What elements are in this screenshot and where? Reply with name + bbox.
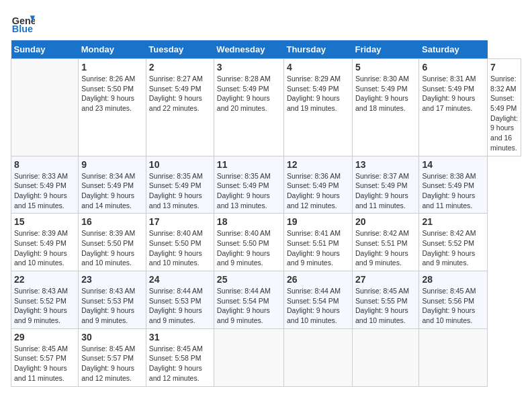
- calendar-cell: 10Sunrise: 8:35 AMSunset: 5:49 PMDayligh…: [146, 156, 214, 214]
- calendar-cell: 5Sunrise: 8:30 AMSunset: 5:49 PMDaylight…: [352, 59, 419, 156]
- calendar-week-row: 8Sunrise: 8:33 AMSunset: 5:49 PMDaylight…: [11, 156, 521, 214]
- calendar-week-row: 15Sunrise: 8:39 AMSunset: 5:49 PMDayligh…: [11, 214, 521, 271]
- calendar-cell: 17Sunrise: 8:40 AMSunset: 5:50 PMDayligh…: [146, 214, 214, 271]
- day-number: 18: [217, 216, 281, 227]
- calendar-cell: 9Sunrise: 8:34 AMSunset: 5:49 PMDaylight…: [79, 156, 146, 214]
- day-number: 6: [422, 62, 484, 73]
- calendar-cell: 11Sunrise: 8:35 AMSunset: 5:49 PMDayligh…: [214, 156, 283, 214]
- day-number: 11: [217, 159, 281, 170]
- day-info: Sunrise: 8:33 AMSunset: 5:49 PMDaylight:…: [14, 171, 75, 211]
- calendar-cell: 21Sunrise: 8:42 AMSunset: 5:52 PMDayligh…: [419, 214, 488, 271]
- day-info: Sunrise: 8:27 AMSunset: 5:49 PMDaylight:…: [149, 74, 211, 113]
- calendar-cell: 22Sunrise: 8:43 AMSunset: 5:52 PMDayligh…: [11, 271, 79, 329]
- day-number: 24: [149, 274, 211, 285]
- calendar-cell: 1Sunrise: 8:26 AMSunset: 5:50 PMDaylight…: [79, 59, 146, 156]
- day-number: 21: [422, 216, 484, 227]
- calendar-week-row: 29Sunrise: 8:45 AMSunset: 5:57 PMDayligh…: [11, 328, 521, 386]
- day-info: Sunrise: 8:40 AMSunset: 5:50 PMDaylight:…: [217, 228, 281, 268]
- calendar-cell: 28Sunrise: 8:45 AMSunset: 5:56 PMDayligh…: [419, 271, 488, 329]
- day-number: 30: [81, 332, 143, 342]
- day-info: Sunrise: 8:44 AMSunset: 5:54 PMDaylight:…: [287, 286, 349, 326]
- day-number: 7: [490, 62, 518, 73]
- day-number: 9: [81, 159, 143, 170]
- calendar-cell: [419, 328, 488, 386]
- weekday-header-row: SundayMondayTuesdayWednesdayThursdayFrid…: [11, 40, 521, 59]
- day-info: Sunrise: 8:43 AMSunset: 5:53 PMDaylight:…: [81, 286, 143, 326]
- day-number: 15: [14, 216, 75, 227]
- day-info: Sunrise: 8:45 AMSunset: 5:57 PMDaylight:…: [81, 344, 143, 383]
- calendar-cell: 26Sunrise: 8:44 AMSunset: 5:54 PMDayligh…: [283, 271, 352, 329]
- day-number: 16: [81, 216, 143, 227]
- day-number: 22: [14, 274, 75, 285]
- calendar-cell: 2Sunrise: 8:27 AMSunset: 5:49 PMDaylight…: [146, 59, 214, 156]
- calendar-body: 1Sunrise: 8:26 AMSunset: 5:50 PMDaylight…: [11, 59, 521, 387]
- calendar-cell: 7Sunrise: 8:32 AMSunset: 5:49 PMDaylight…: [488, 59, 521, 156]
- weekday-header-saturday: Saturday: [419, 40, 488, 59]
- calendar-cell: [214, 328, 283, 386]
- calendar-cell: 12Sunrise: 8:36 AMSunset: 5:49 PMDayligh…: [283, 156, 352, 214]
- calendar-cell: 18Sunrise: 8:40 AMSunset: 5:50 PMDayligh…: [214, 214, 283, 271]
- day-info: Sunrise: 8:35 AMSunset: 5:49 PMDaylight:…: [217, 171, 281, 211]
- calendar-cell: 6Sunrise: 8:31 AMSunset: 5:49 PMDaylight…: [419, 59, 488, 156]
- day-number: 27: [355, 274, 416, 285]
- calendar-cell: 13Sunrise: 8:37 AMSunset: 5:49 PMDayligh…: [352, 156, 419, 214]
- calendar-cell: 25Sunrise: 8:44 AMSunset: 5:54 PMDayligh…: [214, 271, 283, 329]
- day-info: Sunrise: 8:42 AMSunset: 5:51 PMDaylight:…: [355, 228, 416, 268]
- calendar-cell: 14Sunrise: 8:38 AMSunset: 5:49 PMDayligh…: [419, 156, 488, 214]
- day-number: 25: [217, 274, 281, 285]
- day-info: Sunrise: 8:45 AMSunset: 5:56 PMDaylight:…: [422, 286, 484, 326]
- day-number: 26: [287, 274, 349, 285]
- day-number: 10: [149, 159, 211, 170]
- day-info: Sunrise: 8:38 AMSunset: 5:49 PMDaylight:…: [422, 171, 484, 211]
- day-number: 1: [81, 62, 143, 73]
- calendar-cell: 24Sunrise: 8:44 AMSunset: 5:53 PMDayligh…: [146, 271, 214, 329]
- day-info: Sunrise: 8:32 AMSunset: 5:49 PMDaylight:…: [490, 74, 518, 153]
- weekday-header-thursday: Thursday: [283, 40, 352, 59]
- day-info: Sunrise: 8:36 AMSunset: 5:49 PMDaylight:…: [287, 171, 349, 211]
- calendar-cell: 19Sunrise: 8:41 AMSunset: 5:51 PMDayligh…: [283, 214, 352, 271]
- day-info: Sunrise: 8:45 AMSunset: 5:55 PMDaylight:…: [355, 286, 416, 326]
- day-number: 20: [355, 216, 416, 227]
- calendar-week-row: 22Sunrise: 8:43 AMSunset: 5:52 PMDayligh…: [11, 271, 521, 329]
- calendar-cell: [283, 328, 352, 386]
- calendar-cell: 30Sunrise: 8:45 AMSunset: 5:57 PMDayligh…: [79, 328, 146, 386]
- day-number: 2: [149, 62, 211, 73]
- calendar-cell: 15Sunrise: 8:39 AMSunset: 5:49 PMDayligh…: [11, 214, 79, 271]
- day-info: Sunrise: 8:39 AMSunset: 5:50 PMDaylight:…: [81, 228, 143, 268]
- day-number: 13: [355, 159, 416, 170]
- weekday-header-friday: Friday: [352, 40, 419, 59]
- calendar-cell: 23Sunrise: 8:43 AMSunset: 5:53 PMDayligh…: [79, 271, 146, 329]
- day-number: 3: [217, 62, 281, 73]
- day-info: Sunrise: 8:37 AMSunset: 5:49 PMDaylight:…: [355, 171, 416, 211]
- calendar-cell: 31Sunrise: 8:45 AMSunset: 5:58 PMDayligh…: [146, 328, 214, 386]
- day-number: 28: [422, 274, 484, 285]
- day-number: 29: [14, 332, 75, 342]
- day-number: 23: [81, 274, 143, 285]
- day-number: 19: [287, 216, 349, 227]
- day-number: 8: [14, 159, 75, 170]
- logo-icon: General Blue: [11, 11, 35, 35]
- day-number: 17: [149, 216, 211, 227]
- day-number: 31: [149, 332, 211, 342]
- day-info: Sunrise: 8:28 AMSunset: 5:49 PMDaylight:…: [217, 74, 281, 113]
- weekday-header-sunday: Sunday: [11, 40, 79, 59]
- day-info: Sunrise: 8:44 AMSunset: 5:53 PMDaylight:…: [149, 286, 211, 326]
- day-info: Sunrise: 8:39 AMSunset: 5:49 PMDaylight:…: [14, 228, 75, 268]
- day-info: Sunrise: 8:34 AMSunset: 5:49 PMDaylight:…: [81, 171, 143, 211]
- page-header: General Blue: [11, 11, 521, 35]
- calendar-cell: 4Sunrise: 8:29 AMSunset: 5:49 PMDaylight…: [283, 59, 352, 156]
- weekday-header-monday: Monday: [79, 40, 146, 59]
- weekday-header-wednesday: Wednesday: [214, 40, 283, 59]
- calendar-cell: [11, 59, 79, 156]
- svg-text:Blue: Blue: [12, 24, 33, 34]
- calendar-cell: 20Sunrise: 8:42 AMSunset: 5:51 PMDayligh…: [352, 214, 419, 271]
- day-number: 12: [287, 159, 349, 170]
- day-info: Sunrise: 8:31 AMSunset: 5:49 PMDaylight:…: [422, 74, 484, 113]
- calendar-week-row: 1Sunrise: 8:26 AMSunset: 5:50 PMDaylight…: [11, 59, 521, 156]
- logo: General Blue: [11, 11, 35, 35]
- calendar-table: SundayMondayTuesdayWednesdayThursdayFrid…: [11, 40, 521, 387]
- calendar-cell: 3Sunrise: 8:28 AMSunset: 5:49 PMDaylight…: [214, 59, 283, 156]
- day-info: Sunrise: 8:45 AMSunset: 5:58 PMDaylight:…: [149, 344, 211, 383]
- day-number: 4: [287, 62, 349, 73]
- day-number: 5: [355, 62, 416, 73]
